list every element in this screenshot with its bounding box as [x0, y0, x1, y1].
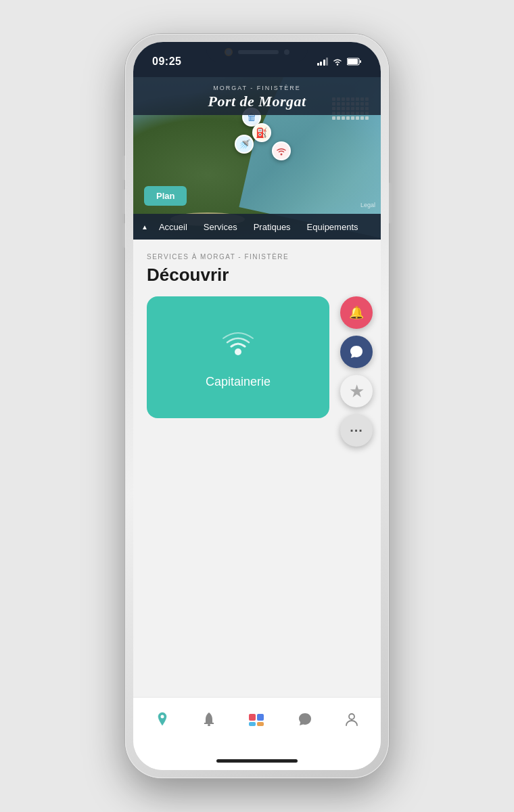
nav-bar: ▲ Accueil Services Pratiques Equipements [133, 214, 381, 240]
card-wrapper: Capitainerie 🔔 ★ ··· [147, 296, 367, 418]
bar1 [317, 63, 319, 66]
header-hero: 🗑 ⛽ 🚿 Morgat - Finistère Port de Morg [133, 77, 381, 240]
bottom-nav-profile[interactable] [338, 706, 365, 733]
fab-chat-button[interactable] [340, 336, 373, 368]
bar4 [326, 58, 328, 66]
marker-fuel[interactable]: ⛽ [252, 123, 271, 142]
svg-rect-9 [257, 714, 264, 721]
bottom-nav [133, 697, 381, 751]
nav-services[interactable]: Services [195, 214, 246, 240]
face-id-dot [284, 49, 289, 55]
bottom-nav-messages[interactable] [291, 706, 319, 733]
battery-icon [347, 58, 362, 66]
home-indicator [133, 751, 381, 770]
wifi-icon [332, 58, 343, 66]
home-bar [216, 759, 298, 763]
svg-rect-2 [348, 59, 358, 64]
bottom-nav-location[interactable] [149, 706, 176, 733]
bottom-nav-apps[interactable] [242, 706, 272, 733]
section-title: Découvrir [147, 265, 367, 286]
header-overlay: Morgat - Finistère Port de Morgat [133, 77, 381, 115]
section-label: Services à Morgat - Finistère [147, 253, 367, 261]
main-content: Services à Morgat - Finistère Découvrir [133, 240, 381, 697]
svg-rect-7 [208, 724, 210, 726]
bottom-nav-notifications[interactable] [195, 706, 223, 733]
svg-rect-10 [249, 722, 256, 726]
signal-bars-icon [317, 58, 329, 66]
svg-rect-11 [257, 722, 264, 726]
camera [225, 48, 233, 56]
fab-more-button[interactable]: ··· [340, 414, 373, 447]
svg-point-12 [349, 714, 354, 719]
notch [206, 42, 308, 62]
capitainerie-icon [219, 326, 257, 367]
fab-bell-button[interactable]: 🔔 [340, 296, 373, 329]
port-title: Port de Morgat [208, 93, 306, 110]
svg-rect-3 [360, 60, 361, 63]
phone-screen: 09:25 [133, 42, 381, 770]
phone-frame: 09:25 [125, 34, 389, 778]
port-subtitle: Morgat - Finistère [213, 85, 301, 91]
fab-container: 🔔 ★ ··· [340, 296, 373, 447]
nav-accueil[interactable]: Accueil [151, 214, 195, 240]
bar3 [323, 60, 325, 66]
marker-shower[interactable]: 🚿 [235, 135, 254, 154]
fab-star-button[interactable]: ★ [340, 375, 373, 407]
plan-button[interactable]: Plan [144, 186, 187, 206]
svg-point-4 [280, 154, 282, 156]
bar2 [320, 62, 322, 66]
status-icons [317, 58, 363, 66]
nav-equipements[interactable]: Equipements [299, 214, 367, 240]
status-time: 09:25 [152, 55, 181, 68]
screen-content: 09:25 [133, 42, 381, 770]
legal-text: Legal [360, 202, 375, 208]
marker-wifi[interactable] [272, 141, 291, 160]
service-card-capitainerie[interactable]: Capitainerie [147, 296, 329, 418]
card-label: Capitainerie [206, 375, 271, 389]
svg-rect-8 [249, 714, 256, 721]
svg-point-5 [235, 348, 241, 355]
nav-pratiques[interactable]: Pratiques [246, 214, 299, 240]
speaker [238, 50, 279, 54]
svg-point-6 [160, 715, 164, 718]
nav-arrow-up[interactable]: ▲ [139, 223, 151, 231]
svg-point-0 [337, 64, 338, 65]
